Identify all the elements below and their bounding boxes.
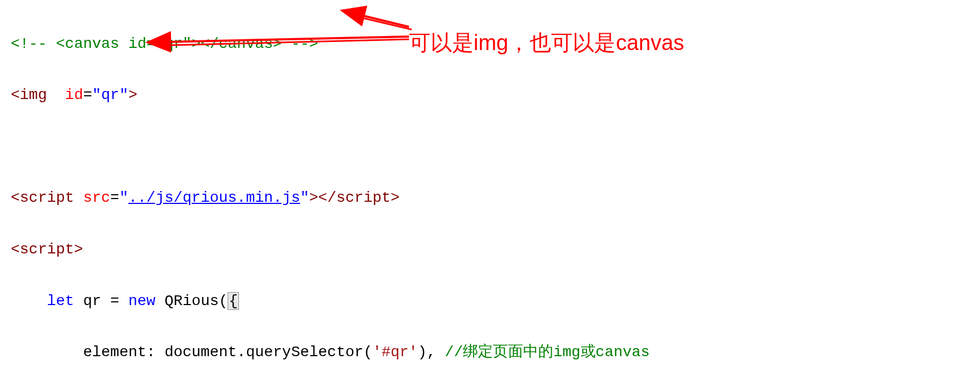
code-line-4: <script src="../js/qrious.min.js"></scri… [11, 185, 969, 211]
selector-string: '#qr' [372, 344, 418, 360]
attr-id: id [65, 87, 83, 103]
code-line-5: <script> [11, 237, 969, 263]
comment-close: --> [291, 36, 318, 52]
inline-comment: //绑定页面中的img或canvas [445, 344, 650, 360]
brace-open-highlight: { [228, 292, 239, 310]
code-line-3 [11, 134, 969, 160]
let-keyword: let [47, 293, 74, 309]
comment-open: <!-- [11, 36, 47, 52]
img-tag: <img [11, 87, 47, 103]
code-line-6: let qr = new QRious({ [11, 288, 969, 314]
code-line-2: <img id="qr"> [11, 82, 969, 108]
attr-src: src [83, 189, 110, 206]
attr-value-qr: "qr" [92, 87, 128, 103]
comment-content: <canvas id="qr"></canvas> [47, 36, 291, 52]
code-line-7: element: document.querySelector('#qr'), … [11, 340, 969, 365]
script-tag: <script [11, 189, 74, 206]
script-open: <script> [11, 241, 83, 258]
new-keyword: new [128, 293, 155, 309]
prop-element: element [83, 344, 146, 360]
query-selector: querySelector [246, 344, 363, 360]
code-line-1: <!-- <canvas id="qr"></canvas> --> [11, 31, 969, 57]
src-link[interactable]: ../js/qrious.min.js [128, 189, 300, 206]
code-editor: <!-- <canvas id="qr"></canvas> --> <img … [11, 5, 969, 389]
